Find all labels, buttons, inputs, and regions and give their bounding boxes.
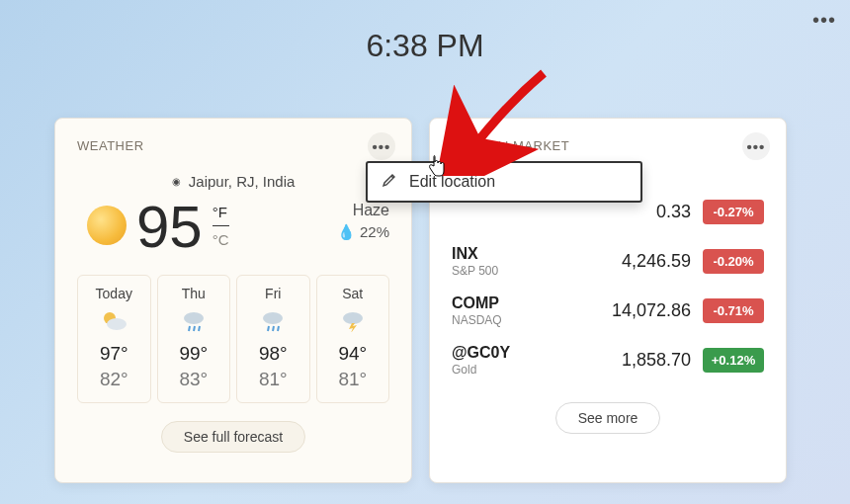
svg-point-2 — [184, 312, 204, 324]
weather-location[interactable]: ◉ Jaipur, RJ, India — [77, 173, 389, 190]
forecast-day[interactable]: Thu 99° 83° — [157, 275, 231, 403]
location-icon: ◉ — [172, 176, 181, 187]
forecast-day[interactable]: Sat 94° 81° — [316, 275, 390, 403]
svg-point-1 — [107, 318, 127, 330]
unit-c[interactable]: °C — [212, 226, 229, 248]
humidity-text: 💧 22% — [337, 223, 389, 241]
unit-f[interactable]: °F — [212, 204, 229, 226]
edit-location-label: Edit location — [409, 173, 495, 191]
current-temp: 95 — [136, 198, 203, 257]
forecast-row: Today 97° 82° Thu 99° 83° Fri — [77, 275, 389, 403]
thunder-icon — [321, 307, 385, 335]
money-row[interactable]: @GC0Y Gold 1,858.70 +0.12% — [452, 335, 764, 384]
svg-line-9 — [278, 326, 279, 331]
rain-icon — [241, 307, 305, 335]
weather-card: WEATHER ••• ◉ Jaipur, RJ, India 95 °F °C… — [54, 118, 412, 483]
money-title: MONEY | MARKET — [452, 138, 764, 153]
svg-line-5 — [199, 326, 200, 331]
money-row[interactable]: INX S&P 500 4,246.59 -0.20% — [452, 236, 764, 286]
svg-point-6 — [263, 312, 283, 324]
drop-icon: 💧 — [337, 223, 356, 240]
weather-menu-button[interactable]: ••• — [368, 132, 395, 160]
svg-line-3 — [189, 326, 190, 331]
weather-title: WEATHER — [77, 138, 389, 153]
weather-stats: Haze 💧 22% — [337, 202, 389, 241]
condition-text: Haze — [337, 202, 389, 219]
rain-icon — [162, 307, 226, 335]
clock-time: 6:38 PM — [0, 28, 850, 64]
edit-location-menu-item[interactable]: Edit location — [366, 161, 642, 203]
svg-line-8 — [273, 326, 274, 331]
forecast-day[interactable]: Today 97° 82° — [77, 275, 151, 403]
money-menu-button[interactable]: ••• — [742, 132, 770, 160]
weather-current: 95 °F °C Haze 💧 22% — [77, 198, 389, 257]
forecast-day[interactable]: Fri 98° 81° — [236, 275, 310, 403]
svg-line-7 — [268, 326, 269, 331]
money-row[interactable]: COMP NASDAQ 14,072.86 -0.71% — [452, 286, 764, 335]
location-text: Jaipur, RJ, India — [189, 173, 296, 190]
svg-point-10 — [343, 312, 363, 324]
see-more-button[interactable]: See more — [555, 402, 661, 434]
partly-cloudy-icon — [82, 307, 146, 335]
svg-marker-11 — [349, 323, 357, 332]
unit-toggle[interactable]: °F °C — [212, 204, 229, 248]
money-list: DJI Dow 0.33 -0.27% INX S&P 500 4,246.59… — [452, 187, 764, 384]
see-full-forecast-button[interactable]: See full forecast — [161, 421, 305, 453]
pencil-icon — [382, 172, 397, 192]
sun-icon — [87, 206, 127, 245]
svg-line-4 — [194, 326, 195, 331]
